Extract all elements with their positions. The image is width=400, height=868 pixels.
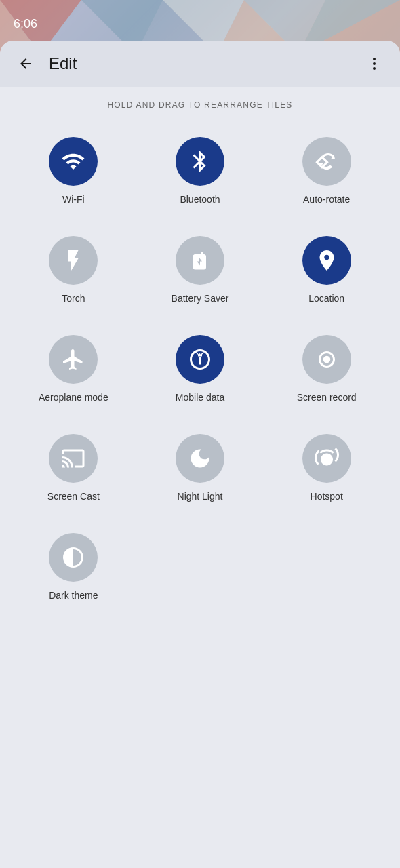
tile-hotspot[interactable]: Hotspot [266,420,386,513]
battery-saver-label: Battery Saver [172,293,229,304]
wifi-icon [49,137,98,186]
dark-theme-label: Dark theme [49,590,98,601]
tile-battery-saver[interactable]: Battery Saver [140,222,260,315]
night-light-icon [176,434,224,483]
aeroplane-mode-label: Aeroplane mode [39,392,108,403]
bluetooth-icon [176,137,224,186]
wifi-label: Wi-Fi [62,194,85,205]
aeroplane-mode-icon [49,335,98,384]
tile-location[interactable]: Location [266,222,386,315]
screen-record-label: Screen record [297,392,357,403]
tile-wifi[interactable]: Wi-Fi [14,123,134,216]
svg-point-10 [373,58,376,60]
tile-screen-cast[interactable]: Screen Cast [14,420,134,513]
auto-rotate-icon [302,137,351,186]
tile-auto-rotate[interactable]: Auto-rotate [266,123,386,216]
back-button[interactable] [14,52,38,76]
location-label: Location [308,293,344,304]
tile-aeroplane-mode[interactable]: Aeroplane mode [14,321,134,414]
status-bar: 6:06 [0,0,400,41]
mobile-data-icon [176,335,224,384]
hotspot-icon [302,434,351,483]
svg-point-12 [373,67,376,70]
header: Edit [0,41,400,87]
screen-record-icon [302,335,351,384]
location-icon [302,236,351,285]
overflow-menu-button[interactable] [362,52,386,76]
dark-theme-icon [49,533,98,582]
svg-point-11 [373,62,376,65]
tile-dark-theme[interactable]: Dark theme [14,519,134,612]
tile-screen-record[interactable]: Screen record [266,321,386,414]
tile-night-light[interactable]: Night Light [140,420,260,513]
tile-bluetooth[interactable]: Bluetooth [140,123,260,216]
mobile-data-label: Mobile data [176,392,224,403]
tile-mobile-data[interactable]: Mobile data [140,321,260,414]
battery-saver-icon [176,236,224,285]
torch-label: Torch [62,293,85,304]
torch-icon [49,236,98,285]
night-light-label: Night Light [178,491,223,502]
hotspot-label: Hotspot [311,491,343,502]
page-title: Edit [49,54,362,73]
screen-cast-icon [49,434,98,483]
bluetooth-label: Bluetooth [180,194,220,205]
auto-rotate-label: Auto-rotate [303,194,350,205]
svg-point-13 [323,356,330,363]
status-time: 6:06 [14,17,37,31]
tiles-grid: Wi-Fi Bluetooth Auto-rotate Torch Batter… [0,117,400,632]
main-panel: Edit HOLD AND DRAG TO REARRANGE TILES Wi… [0,41,400,868]
rearrange-hint: HOLD AND DRAG TO REARRANGE TILES [0,87,400,117]
screen-cast-label: Screen Cast [47,491,100,502]
tile-torch[interactable]: Torch [14,222,134,315]
